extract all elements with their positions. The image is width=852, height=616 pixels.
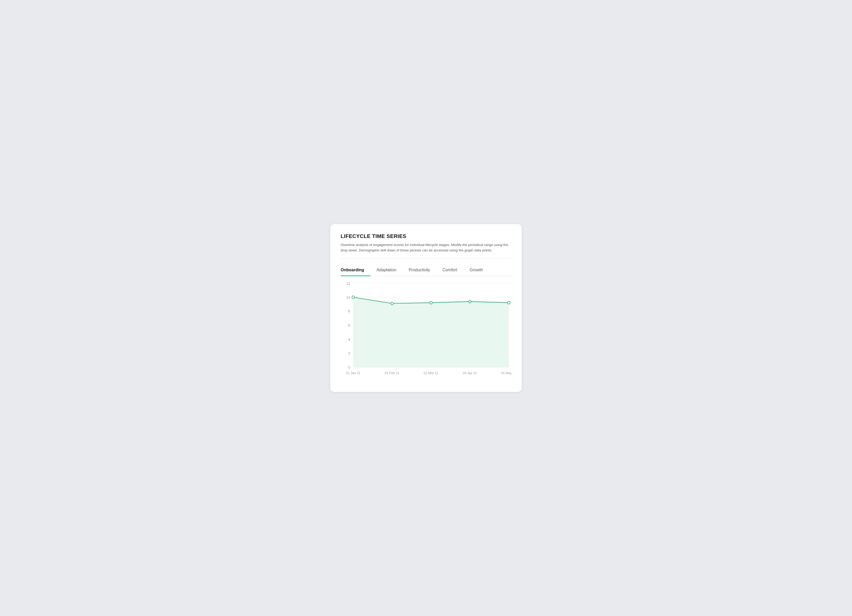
svg-text:10: 10 xyxy=(346,295,350,300)
data-point-apr[interactable] xyxy=(469,300,471,303)
chart-svg: 12 10 8 6 4 2 0 xyxy=(341,280,511,384)
card-title: LIFECYCLE TIME SERIES xyxy=(341,233,511,239)
tab-comfort[interactable]: Comfort xyxy=(443,265,464,276)
svg-text:01 Feb 21: 01 Feb 21 xyxy=(385,371,400,375)
data-point-feb[interactable] xyxy=(391,302,393,305)
data-point-jan[interactable] xyxy=(352,296,355,299)
svg-text:01 May 21: 01 May 21 xyxy=(501,371,511,375)
data-point-may[interactable] xyxy=(508,301,510,304)
outer-background: LIFECYCLE TIME SERIES Overtime analysis … xyxy=(320,212,532,404)
data-point-mar[interactable] xyxy=(430,301,432,304)
svg-text:01 Jan 21: 01 Jan 21 xyxy=(346,371,360,375)
svg-text:12: 12 xyxy=(346,281,350,286)
tab-productivity[interactable]: Productivity xyxy=(409,265,437,276)
tabs-container: Onboarding Adaptation Productivity Comfo… xyxy=(341,265,511,276)
tab-adaptation[interactable]: Adaptation xyxy=(376,265,403,276)
card-description: Overtime analysis of engagement scores f… xyxy=(341,242,511,259)
svg-text:2: 2 xyxy=(348,351,350,356)
card: LIFECYCLE TIME SERIES Overtime analysis … xyxy=(330,224,522,392)
chart-area: 12 10 8 6 4 2 0 xyxy=(341,280,511,384)
svg-text:4: 4 xyxy=(348,337,350,342)
svg-text:01 Apr 21: 01 Apr 21 xyxy=(463,371,477,375)
tab-onboarding[interactable]: Onboarding xyxy=(341,265,370,276)
svg-text:6: 6 xyxy=(348,323,350,327)
svg-text:01 Mar 21: 01 Mar 21 xyxy=(424,371,438,375)
svg-text:8: 8 xyxy=(348,309,350,313)
svg-text:0: 0 xyxy=(348,365,350,370)
chart-fill xyxy=(353,297,509,367)
tab-growth[interactable]: Growth xyxy=(470,265,489,276)
